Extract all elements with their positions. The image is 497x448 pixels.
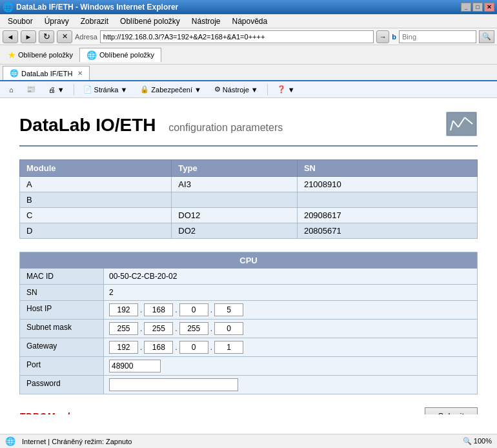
gateway-label: Gateway	[20, 338, 104, 356]
gateway-value: . . .	[104, 338, 477, 356]
cell-type: DO12	[172, 208, 298, 223]
host-ip-4[interactable]	[214, 303, 243, 316]
cell-sn: 20805671	[297, 223, 477, 239]
cell-sn: 20908617	[297, 208, 477, 223]
home-button2[interactable]: ⌂	[4, 85, 19, 95]
dot8: .	[174, 343, 178, 352]
submit-button[interactable]: Submit	[425, 407, 478, 414]
cpu-row-subnet: Subnet mask . . .	[20, 320, 477, 338]
zoom-level: 🔍 100%	[463, 437, 492, 445]
cell-module: D	[20, 223, 172, 239]
dot6: .	[210, 324, 213, 333]
browser-icon: 🌐	[3, 2, 14, 12]
page-header: DataLab IO/ETH configuration parameters	[19, 111, 478, 147]
browser-tab-datalab[interactable]: 🌐 DataLab IF/ETH ✕	[3, 66, 90, 80]
table-row: AAI321008910	[20, 177, 478, 192]
help-icon: ❓	[277, 85, 286, 94]
gateway-3[interactable]	[179, 341, 208, 354]
port-label: Port	[20, 357, 104, 375]
back-button[interactable]: ◄	[3, 30, 18, 43]
main-content: DataLab IO/ETH configuration parameters …	[0, 98, 497, 414]
cell-module: A	[20, 177, 172, 192]
search-button[interactable]: 🔍	[479, 30, 494, 43]
feeds-button[interactable]: 📰	[21, 84, 41, 95]
page-title: DataLab IO/ETH	[19, 115, 156, 135]
status-text: Internet | Chráněný režim: Zapnuto	[22, 438, 132, 445]
status-globe-icon: 🌐	[5, 436, 15, 446]
cell-module: C	[20, 208, 172, 223]
minimize-button[interactable]: _	[461, 3, 471, 12]
port-value	[104, 357, 477, 375]
stop-button[interactable]: ✕	[57, 30, 72, 43]
go-button[interactable]: →	[376, 30, 389, 43]
password-input[interactable]	[109, 378, 238, 391]
toolbar2: ⌂ 📰 🖨 ▼ 📄 Stránka ▼ 🔒 Zabezpečení ▼ ⚙ Ná…	[0, 81, 497, 98]
cpu-row-hostip: Host IP . . .	[20, 301, 477, 320]
page-subtitle: configuration parameters	[168, 122, 283, 133]
page-button[interactable]: 📄 Stránka ▼	[78, 84, 133, 95]
zoom-icon: 🔍	[463, 437, 472, 445]
menu-napoveda[interactable]: Nápověda	[227, 15, 273, 27]
subnet-2[interactable]	[144, 322, 173, 335]
subnet-3[interactable]	[179, 322, 208, 335]
menu-zobrazit[interactable]: Zobrazit	[76, 15, 114, 27]
subnet-mask-label: Subnet mask	[20, 320, 104, 338]
host-ip-value: . . .	[104, 301, 477, 319]
port-input[interactable]	[109, 360, 161, 372]
cpu-row-macid: MAC ID 00-50-C2-CB-20-02	[20, 269, 477, 285]
refresh-button[interactable]: ↻	[39, 30, 54, 43]
close-button[interactable]: ✕	[484, 3, 494, 12]
dot4: .	[139, 324, 143, 333]
gateway-2[interactable]	[144, 341, 173, 354]
tab-icon: 🌐	[86, 50, 97, 60]
col-module: Module	[20, 160, 172, 177]
cell-sn: 21008910	[297, 177, 477, 192]
host-ip-3[interactable]	[179, 303, 208, 316]
tools-button[interactable]: ⚙ Nástroje ▼	[209, 84, 263, 95]
bing-icon: b	[392, 33, 396, 41]
subnet-4[interactable]	[214, 322, 243, 335]
subnet-1[interactable]	[109, 322, 138, 335]
menu-oblibene[interactable]: Oblíbené položky	[115, 15, 185, 27]
dot7: .	[139, 343, 143, 352]
password-label: Password	[20, 376, 104, 394]
gateway-1[interactable]	[109, 341, 138, 354]
dot1: .	[139, 305, 143, 314]
search-input[interactable]	[399, 30, 476, 43]
dot5: .	[174, 324, 178, 333]
cpu-row-port: Port	[20, 357, 477, 376]
cell-type: DO2	[172, 223, 298, 239]
security-button[interactable]: 🔒 Zabezpečení ▼	[135, 84, 207, 95]
tab-close-icon[interactable]: ✕	[77, 70, 83, 77]
separator1	[74, 84, 74, 96]
forward-button[interactable]: ►	[21, 30, 36, 43]
cpu-row-password: Password	[20, 376, 477, 394]
dot2: .	[174, 305, 178, 314]
mac-id-label: MAC ID	[20, 269, 104, 284]
menu-upravy[interactable]: Úpravy	[39, 15, 74, 27]
tools-icon: ⚙	[214, 85, 221, 94]
separator2	[267, 84, 268, 96]
cpu-row-sn: SN 2	[20, 285, 477, 301]
address-input[interactable]	[100, 30, 374, 43]
menu-soubor[interactable]: Soubor	[3, 15, 38, 27]
home-icon: ⌂	[9, 86, 14, 94]
print-button[interactable]: 🖨 ▼	[43, 85, 70, 95]
host-ip-1[interactable]	[109, 303, 138, 316]
menu-nastroje[interactable]: Nástroje	[187, 15, 226, 27]
favorites-button[interactable]: ★ Oblíbené položky	[3, 48, 78, 61]
address-label: Adresa	[75, 33, 97, 41]
password-value	[104, 376, 477, 394]
help-button[interactable]: ❓ ▼	[272, 84, 300, 95]
favorites-tab[interactable]: 🌐 Oblíbené položky	[79, 48, 161, 62]
gateway-4[interactable]	[214, 341, 243, 354]
cpu-section: CPU MAC ID 00-50-C2-CB-20-02 SN 2 Host I…	[19, 252, 478, 394]
host-ip-2[interactable]	[144, 303, 173, 316]
page-icon: 📄	[83, 85, 92, 94]
title-bar: 🌐 DataLab IF/ETH - Windows Internet Expl…	[0, 0, 497, 14]
dot3: .	[210, 305, 213, 314]
sn-value: 2	[104, 285, 477, 300]
status-bar: 🌐 Internet | Chráněný režim: Zapnuto 🔍 1…	[0, 434, 497, 448]
table-row: B	[20, 192, 478, 208]
restore-button[interactable]: □	[472, 3, 483, 12]
